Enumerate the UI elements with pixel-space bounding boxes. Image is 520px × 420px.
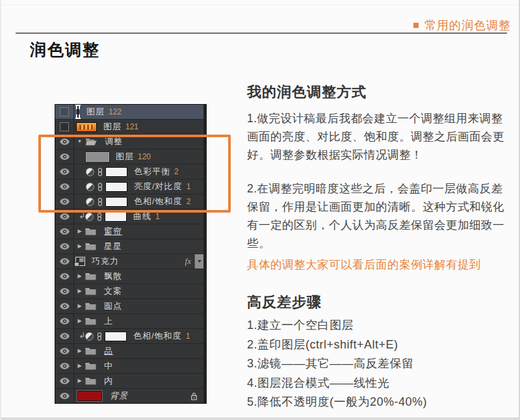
adjustment-layer-icon[interactable] [85,213,94,221]
steps-list: 1.建立一个空白图层2.盖印图层(ctrl+shift+Alt+E)3.滤镜——… [247,316,515,412]
collapse-triangle-icon[interactable]: ▶ [76,348,83,354]
visibility-cell[interactable] [55,254,74,269]
section1-title: 我的润色调整方式 [247,83,367,102]
eye-icon[interactable] [60,226,70,237]
visibility-cell[interactable] [55,269,74,283]
collapse-triangle-icon[interactable]: ▶ [76,304,83,309]
bullet-square-icon [413,23,419,28]
layer-name: 上 [104,315,113,327]
layer-row[interactable]: ▶窗帘 [55,224,203,239]
visibility-cell[interactable] [55,374,74,388]
visibility-cell[interactable] [55,314,74,328]
eye-icon[interactable] [60,241,70,252]
layer-row-body: 图层122 [74,105,203,119]
folder-icon [85,272,96,280]
layer-thumbnail[interactable] [76,122,97,132]
paragraph-1: 1.做完设计稿最后我都会建立一个调整组用来调整画面的亮度、对比度、饱和度。调整之… [247,109,508,164]
layer-style-thumbnail[interactable] [75,257,85,266]
folder-icon [85,377,96,385]
layer-row-body: ↲色相/饱和度1 [74,329,203,343]
layer-name: 巧克力 [92,256,119,267]
folder-icon [85,228,96,235]
layer-name: 文案 [104,285,122,297]
collapse-triangle-icon[interactable]: ▶ [76,319,83,324]
collapse-triangle-icon[interactable]: ▶ [76,244,83,249]
top-hairline [1,5,519,5]
layer-name: 窗帘 [104,226,122,237]
layer-row[interactable]: ▶文案 [55,284,203,299]
visibility-cell[interactable] [55,239,74,254]
layer-row[interactable]: 巧克力fx [55,254,203,269]
layer-row-body: 图层121 [74,120,203,134]
visibility-cell[interactable] [55,105,74,119]
visibility-cell[interactable] [55,329,74,343]
layer-row[interactable]: ▶上 [55,314,203,329]
visibility-cell[interactable] [55,344,74,358]
visibility-checkbox[interactable] [60,122,69,131]
collapse-triangle-icon[interactable]: ▶ [76,289,83,294]
clipping-mask-arrow-icon: ↲ [79,212,85,220]
visibility-cell[interactable] [55,359,74,373]
eye-icon[interactable] [60,300,70,312]
collapse-triangle-icon[interactable]: ▶ [76,378,83,384]
thumbnail-detail [79,258,84,262]
layer-row-body: ▶中 [74,359,203,373]
layer-row-body: 背景 [74,389,203,403]
visibility-cell[interactable] [55,224,74,239]
adjustment-layer-icon[interactable] [85,332,94,341]
visibility-checkbox[interactable] [60,107,69,116]
layer-row[interactable]: 图层121 [55,120,203,135]
collapse-triangle-icon[interactable]: ▶ [76,274,83,279]
visibility-cell[interactable] [55,120,74,134]
thumbnail-art [79,125,94,129]
eye-icon[interactable] [60,256,70,267]
eye-icon[interactable] [60,285,70,297]
layer-name: 背景 [110,390,128,402]
collapse-triangle-icon[interactable]: ▶ [76,229,83,234]
layer-row[interactable]: ▶圆点 [55,299,203,314]
link-icon[interactable] [97,332,102,341]
layer-row-body: ▶窗帘 [74,224,203,239]
header-divider [16,33,507,34]
layer-row-body: ▶飘散 [74,269,203,283]
layer-row[interactable]: ↲色相/饱和度1 [55,329,203,344]
eye-icon[interactable] [60,345,70,357]
visibility-cell[interactable] [55,389,74,403]
layer-row[interactable]: 背景 [55,389,203,403]
folder-icon [85,362,96,370]
collapse-triangle-icon[interactable]: ▶ [76,363,83,369]
layer-name: 品 [104,345,113,357]
layer-name: 飘散 [104,270,122,282]
mask-thumbnail[interactable] [105,332,127,341]
layer-name: 中 [104,360,113,372]
layer-row[interactable]: ▶飘散 [55,269,203,284]
eye-icon[interactable] [60,360,70,372]
mask-thumbnail[interactable] [105,212,127,222]
lock-icon [190,392,198,400]
visibility-cell[interactable] [55,299,74,313]
layer-row[interactable]: 图层122 [55,105,203,120]
layer-number: 122 [109,107,122,116]
eye-icon[interactable] [60,390,70,402]
chevron-down-icon [198,260,202,263]
layer-row[interactable]: ▶品 [55,344,203,359]
paragraph-2: 2.在调整完明暗度这些之后，会盖印一层做高反差保留，作用是让画面更加的清晰。这种… [247,179,508,252]
layer-number: 121 [125,122,138,131]
visibility-cell[interactable] [55,284,74,298]
layer-row[interactable]: ▶内 [55,374,203,389]
folder-icon [85,347,96,355]
layer-name: 图层 [86,106,105,118]
eye-icon[interactable] [60,315,70,327]
eye-icon[interactable] [60,330,70,342]
section-tag-label: 常用的润色调整 [424,18,511,33]
layer-row[interactable]: ▶星星 [55,239,203,254]
background-thumbnail[interactable] [77,391,102,401]
folder-icon [85,287,96,295]
eye-icon[interactable] [60,375,70,387]
eye-icon[interactable] [60,270,70,282]
layer-row[interactable]: ▶中 [55,359,203,374]
link-icon[interactable] [97,213,102,221]
layer-name: 圆点 [104,300,122,312]
layer-row-body: ▶品 [74,344,203,358]
effects-dropdown-button[interactable] [194,254,203,269]
